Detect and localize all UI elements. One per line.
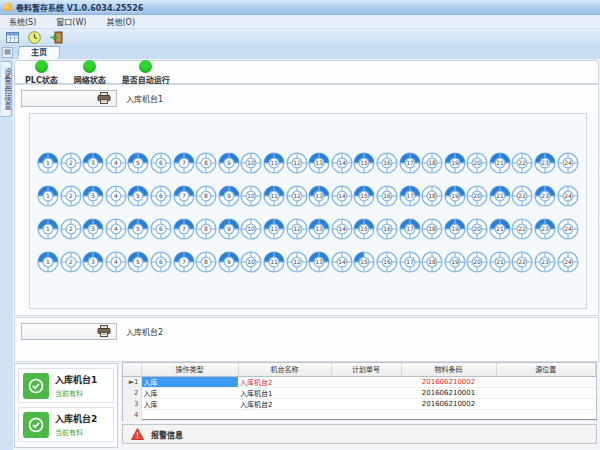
slot-2-17: 17	[399, 185, 421, 207]
cell-barcode[interactable]: 201606210002	[401, 398, 496, 409]
cell-op[interactable]: 入库	[141, 376, 238, 387]
row-indicator: 3	[123, 398, 141, 409]
slot-3-12: 12	[286, 218, 308, 240]
cell-barcode[interactable]	[401, 409, 496, 420]
cell-machine[interactable]: 入库机台2	[238, 376, 331, 387]
cell-machine[interactable]	[238, 409, 331, 420]
cell-src[interactable]	[496, 376, 596, 387]
slot-1-11: 11	[263, 152, 285, 174]
cell-plan[interactable]	[331, 398, 401, 409]
machine-card-1[interactable]: 入库机台1当前有料	[18, 368, 114, 403]
cell-op[interactable]: 入库	[141, 398, 238, 409]
slot-4-11: 11	[263, 251, 285, 273]
slot-wheel-icon: 6	[150, 218, 172, 240]
menu-window[interactable]: 窗口(W)	[53, 15, 89, 28]
svg-text:21: 21	[496, 258, 504, 265]
slot-2-21: 21	[489, 185, 511, 207]
clock-icon[interactable]	[27, 31, 41, 44]
grid-column-4[interactable]: 源位置	[496, 363, 596, 376]
exit-icon[interactable]	[49, 31, 63, 44]
menu-other[interactable]: 其他(O)	[103, 15, 138, 28]
calendar-icon[interactable]	[5, 31, 19, 44]
cell-src[interactable]	[496, 398, 596, 409]
cell-plan[interactable]	[331, 409, 401, 420]
slot-wheel-icon: 16	[376, 251, 398, 273]
grid-column-3[interactable]: 物料条码	[401, 363, 496, 376]
cell-barcode[interactable]: 201606210002	[401, 376, 496, 387]
cell-src[interactable]	[496, 409, 596, 420]
grid-column-2[interactable]: 计划单号	[331, 363, 401, 376]
slot-wheel-icon: 14	[331, 152, 353, 174]
slot-3-6: 6	[150, 218, 172, 240]
main-area: PLC状态网络状态是否自动运行 入库机台1 123456789101112131…	[13, 59, 600, 450]
slot-wheel-icon: 10	[240, 218, 262, 240]
slot-2-6: 6	[150, 185, 172, 207]
slot-2-18: 18	[421, 185, 443, 207]
svg-text:23: 23	[541, 225, 549, 232]
svg-text:17: 17	[406, 225, 414, 232]
svg-text:11: 11	[270, 225, 278, 232]
cell-barcode[interactable]: 201606210001	[401, 387, 496, 398]
cell-op[interactable]: 入库	[141, 387, 238, 398]
svg-text:7: 7	[182, 258, 186, 265]
grid-row-4[interactable]: 4	[123, 409, 596, 420]
svg-text:5: 5	[136, 225, 140, 232]
svg-text:6: 6	[159, 159, 163, 166]
grid-row-2[interactable]: 2入库入库机台1201606210001	[123, 387, 596, 398]
svg-text:12: 12	[293, 192, 301, 199]
slot-2-14: 14	[331, 185, 353, 207]
svg-text:20: 20	[473, 258, 481, 265]
slot-4-4: 4	[105, 251, 127, 273]
slot-wheel-icon: 13	[308, 251, 330, 273]
machine2-print-button[interactable]	[21, 323, 117, 340]
grid-row-1[interactable]: ►1入库入库机台2201606210002	[123, 376, 596, 387]
cell-src[interactable]	[496, 387, 596, 398]
machine-card-2[interactable]: 入库机台2当前有料	[18, 407, 114, 442]
svg-text:21: 21	[496, 159, 504, 166]
svg-text:22: 22	[519, 258, 527, 265]
menu-system[interactable]: 系统(S)	[6, 15, 39, 28]
grid-row-3[interactable]: 3入库入库机台2201606210002	[123, 398, 596, 409]
check-icon	[23, 412, 49, 438]
printer-icon	[97, 325, 111, 337]
cell-machine[interactable]: 入库机台2	[238, 398, 331, 409]
slot-wheel-icon: 15	[353, 251, 375, 273]
cell-op[interactable]	[141, 409, 238, 420]
svg-text:8: 8	[204, 192, 208, 199]
slot-4-20: 20	[466, 251, 488, 273]
svg-text:13: 13	[315, 192, 323, 199]
cell-machine[interactable]: 入库机台1	[238, 387, 331, 398]
slot-wheel-icon: 10	[240, 251, 262, 273]
slot-3-15: 15	[353, 218, 375, 240]
slot-3-21: 21	[489, 218, 511, 240]
svg-text:2: 2	[69, 225, 73, 232]
tool-bar	[0, 29, 600, 45]
slot-wheel-icon: 17	[399, 185, 421, 207]
slot-wheel-icon: 13	[308, 218, 330, 240]
cell-plan[interactable]	[331, 387, 401, 398]
status-indicator-bar: PLC状态网络状态是否自动运行	[14, 60, 599, 84]
status-indicator-label: PLC状态	[25, 74, 58, 85]
dock-panel-icon[interactable]: ▤	[2, 47, 13, 58]
svg-text:20: 20	[473, 159, 481, 166]
svg-text:17: 17	[406, 159, 414, 166]
slot-wheel-icon: 3	[82, 152, 104, 174]
slot-3-16: 16	[376, 218, 398, 240]
side-panel-tab[interactable]: 设备监控信息	[1, 61, 12, 117]
slot-wheel-icon: 11	[263, 251, 285, 273]
svg-text:11: 11	[270, 192, 278, 199]
machine1-print-button[interactable]	[21, 90, 117, 107]
svg-text:18: 18	[428, 258, 436, 265]
slot-wheel-icon: 13	[308, 152, 330, 174]
slot-1-19: 19	[444, 152, 466, 174]
grid-column-0[interactable]: 操作类型	[141, 363, 238, 376]
slot-3-10: 10	[240, 218, 262, 240]
tab-home[interactable]: 主页	[17, 46, 60, 59]
grid-column-1[interactable]: 机台名称	[238, 363, 331, 376]
cell-plan[interactable]	[331, 376, 401, 387]
slot-wheel-icon: 22	[511, 251, 533, 273]
slot-wheel-icon: 19	[444, 152, 466, 174]
slot-1-12: 12	[286, 152, 308, 174]
svg-text:6: 6	[159, 225, 163, 232]
slot-wheel-icon: 10	[240, 152, 262, 174]
